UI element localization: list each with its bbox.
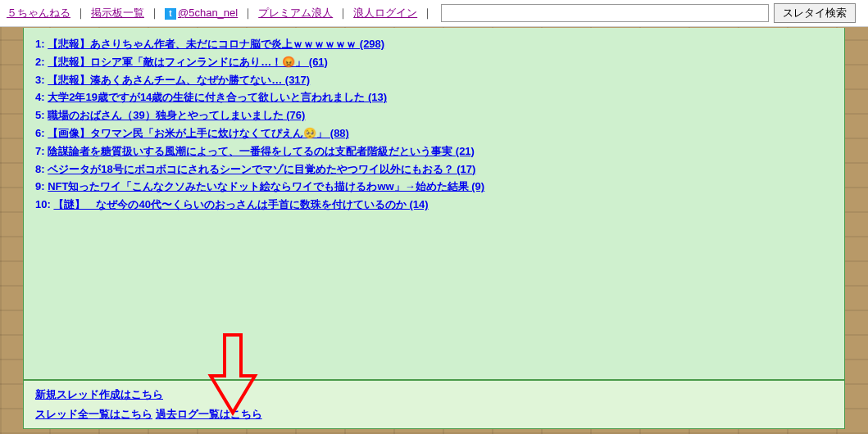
thread-link[interactable]: 職場のおばさん（39）独身とやってしまいました (76) xyxy=(48,109,305,121)
separator: ｜ xyxy=(75,6,86,20)
thread-number: 10: xyxy=(35,198,51,210)
twitter-link[interactable]: t@5chan_nel xyxy=(165,7,238,20)
thread-item: 1: 【悲報】あさりちゃん作者、未だにコロナ脳で炎上ｗｗｗｗｗｗ (298) xyxy=(35,36,833,53)
ronin-login-link[interactable]: 浪人ログイン xyxy=(353,6,417,20)
thread-link[interactable]: 【悲報】湊あくあさんチーム、なぜか勝てない… (317) xyxy=(48,74,310,86)
thread-item: 4: 大学2年19歳ですが14歳の生徒に付き合って欲しいと言われました (13) xyxy=(35,89,833,106)
premium-link[interactable]: プレミアム浪人 xyxy=(258,6,333,20)
thread-number: 8: xyxy=(35,163,45,175)
search-button[interactable]: スレタイ検索 xyxy=(774,3,856,23)
thread-number: 5: xyxy=(35,109,45,121)
top-navigation: ５ちゃんねる ｜ 掲示板一覧 ｜ t@5chan_nel ｜ プレミアム浪人 ｜… xyxy=(0,0,868,27)
thread-number: 4: xyxy=(35,91,45,103)
thread-link[interactable]: ベジータが18号にボコボコにされるシーンでマゾに目覚めたやつワイ以外にもおる？ … xyxy=(48,163,475,175)
thread-link[interactable]: NFT知ったワイ「こんなクソみたいなドット絵ならワイでも描けるわww」→始めた結… xyxy=(48,180,484,192)
past-log-link[interactable]: 過去ログ一覧はこちら xyxy=(156,408,262,420)
thread-item: 9: NFT知ったワイ「こんなクソみたいなドット絵ならワイでも描けるわww」→始… xyxy=(35,179,833,196)
thread-number: 6: xyxy=(35,127,45,139)
twitter-icon: t xyxy=(165,8,176,20)
thread-number: 7: xyxy=(35,145,45,157)
thread-box: 1: 【悲報】あさりちゃん作者、未だにコロナ脳で炎上ｗｗｗｗｗｗ (298) 2… xyxy=(23,28,845,380)
content-wrapper: 1: 【悲報】あさりちゃん作者、未だにコロナ脳で炎上ｗｗｗｗｗｗ (298) 2… xyxy=(0,28,868,429)
separator: ｜ xyxy=(338,6,348,20)
thread-item: 3: 【悲報】湊あくあさんチーム、なぜか勝てない… (317) xyxy=(35,72,833,89)
thread-link[interactable]: 【画像】タワマン民「お米が上手に炊けなくてぴえん🥺」 (88) xyxy=(48,127,349,139)
thread-item: 7: 陰謀論者を糖質扱いする風潮によって、一番得をしてるのは支配者階級だという事… xyxy=(35,143,833,160)
thread-link[interactable]: 【謎】 なぜ今の40代〜くらいのおっさんは手首に数珠を付けているのか (14) xyxy=(53,198,428,210)
thread-item: 10: 【謎】 なぜ今の40代〜くらいのおっさんは手首に数珠を付けているのか (… xyxy=(35,197,833,214)
bottom-links: 新規スレッド作成はこちら スレッド全一覧はこちら 過去ログ一覧はこちら xyxy=(23,380,845,429)
new-thread-link[interactable]: 新規スレッド作成はこちら xyxy=(35,388,163,400)
thread-link[interactable]: 【悲報】ロシア軍「敵はフィンランドにあり…！😡」 (61) xyxy=(48,56,328,68)
search-input[interactable] xyxy=(441,4,769,22)
thread-item: 8: ベジータが18号にボコボコにされるシーンでマゾに目覚めたやつワイ以外にもお… xyxy=(35,161,833,179)
separator: ｜ xyxy=(422,6,433,20)
thread-number: 9: xyxy=(35,180,45,192)
thread-item: 2: 【悲報】ロシア軍「敵はフィンランドにあり…！😡」 (61) xyxy=(35,54,833,71)
thread-item: 6: 【画像】タワマン民「お米が上手に炊けなくてぴえん🥺」 (88) xyxy=(35,125,833,142)
all-threads-link[interactable]: スレッド全一覧はこちら xyxy=(35,408,152,420)
thread-number: 1: xyxy=(35,38,45,50)
thread-link[interactable]: 【悲報】あさりちゃん作者、未だにコロナ脳で炎上ｗｗｗｗｗｗ (298) xyxy=(48,38,384,50)
separator: ｜ xyxy=(149,6,160,20)
thread-link[interactable]: 大学2年19歳ですが14歳の生徒に付き合って欲しいと言われました (13) xyxy=(48,91,387,103)
separator: ｜ xyxy=(243,6,253,20)
boards-link[interactable]: 掲示板一覧 xyxy=(91,6,144,20)
thread-number: 3: xyxy=(35,74,45,86)
thread-list: 1: 【悲報】あさりちゃん作者、未だにコロナ脳で炎上ｗｗｗｗｗｗ (298) 2… xyxy=(35,36,833,214)
bottom-row-1: 新規スレッド作成はこちら xyxy=(35,387,833,402)
home-link[interactable]: ５ちゃんねる xyxy=(7,6,70,20)
thread-item: 5: 職場のおばさん（39）独身とやってしまいました (76) xyxy=(35,107,833,124)
thread-link[interactable]: 陰謀論者を糖質扱いする風潮によって、一番得をしてるのは支配者階級だという事実 (… xyxy=(48,145,475,157)
bottom-row-2: スレッド全一覧はこちら 過去ログ一覧はこちら xyxy=(35,407,833,422)
thread-number: 2: xyxy=(35,56,45,68)
